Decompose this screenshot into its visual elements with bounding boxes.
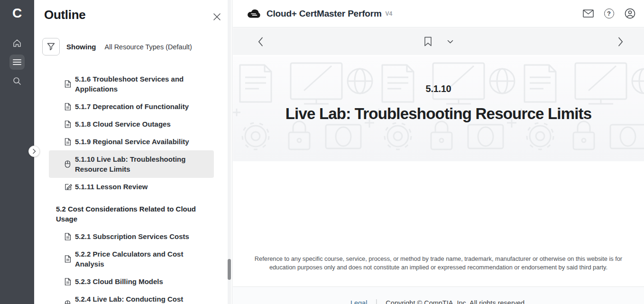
bookmark-menu-button[interactable] — [445, 38, 455, 46]
filter-button[interactable] — [42, 38, 60, 55]
bookmark-icon — [424, 37, 432, 46]
outline-panel: Outline Showing All Resource Types (Defa… — [34, 0, 232, 304]
live-lab-mouse-icon — [64, 160, 71, 168]
outline-item-label: 5.2.4 Live Lab: Conducting Cost Analysis — [75, 295, 183, 304]
chevron-right-icon — [32, 148, 36, 154]
app-brand: Cloud+ CertMaster Perform V4 — [247, 9, 392, 19]
outline-toggle-button[interactable] — [9, 55, 25, 70]
lesson-number: 5.1.10 — [426, 83, 451, 94]
live-lab-mouse-icon — [64, 300, 71, 304]
outline-item[interactable]: 5.2.4 Live Lab: Conducting Cost Analysis — [49, 290, 214, 304]
outline-item-label: 5.2.2 Price Calculators and Cost Analysi… — [75, 250, 183, 268]
outline-item[interactable]: 5.1.8 Cloud Service Outages — [49, 115, 214, 133]
filter-current-value[interactable]: All Resource Types (Default) — [105, 43, 192, 51]
filter-showing-label: Showing — [66, 43, 96, 51]
cloud-logo-icon — [247, 9, 261, 18]
document-icon — [64, 277, 71, 286]
home-button[interactable] — [9, 36, 25, 51]
document-icon — [64, 102, 71, 111]
footer-divider — [376, 299, 377, 304]
outline-item-label: 5.1.6 Troubleshoot Services and Applicat… — [75, 75, 184, 93]
outline-item[interactable]: 5.1.11 Lesson Review — [49, 178, 214, 195]
disclaimer-text: Reference to any specific course, servic… — [251, 255, 626, 272]
next-lesson-button[interactable] — [616, 35, 625, 48]
lesson-hero: 5.1.10 Live Lab: Troubleshooting Resourc… — [233, 56, 644, 161]
outline-item-label: 5.1.7 Deprecation of Functionality — [75, 102, 189, 111]
outline-item-label: 5.1.9 Regional Service Availability — [75, 138, 189, 146]
outline-scrollbar-thumb[interactable] — [228, 259, 231, 280]
chevron-left-icon — [258, 37, 263, 46]
outline-panel-title: Outline — [44, 8, 85, 22]
bookmark-controls — [422, 35, 455, 48]
app-version-badge: V4 — [386, 10, 393, 17]
outline-list: 5.1.6 Troubleshoot Services and Applicat… — [34, 70, 229, 304]
lesson-heading-block: 5.1.10 Live Lab: Troubleshooting Resourc… — [233, 56, 644, 161]
outline-item-label: 5.2.1 Subscription Services Costs — [75, 232, 189, 240]
panel-expander-button[interactable] — [28, 146, 40, 157]
document-icon — [64, 120, 71, 128]
outline-item-label: 5.1.8 Cloud Service Outages — [75, 120, 171, 128]
document-icon — [64, 232, 71, 240]
search-button[interactable] — [9, 74, 25, 89]
outline-item[interactable]: 5.1.7 Deprecation of Functionality — [49, 98, 214, 115]
outline-scrollbar-track[interactable] — [228, 0, 231, 304]
account-button[interactable] — [624, 8, 635, 19]
comptia-logo: C — [0, 5, 34, 22]
outline-section-heading: 5.2 Cost Considerations Related to Cloud… — [49, 200, 214, 228]
outline-item-selected[interactable]: 5.1.10 Live Lab: Troubleshooting Resourc… — [49, 150, 214, 178]
outline-item[interactable]: 5.2.2 Price Calculators and Cost Analysi… — [49, 245, 214, 273]
outline-item[interactable]: 5.2.3 Cloud Billing Models — [49, 273, 214, 290]
outline-item-label: 5.2.3 Cloud Billing Models — [75, 277, 163, 286]
chevron-down-icon — [447, 40, 453, 44]
mail-icon — [583, 9, 594, 18]
document-icon — [64, 255, 71, 263]
outline-menu-icon — [13, 59, 21, 65]
app-title: Cloud+ CertMaster Perform — [267, 9, 382, 19]
close-icon — [213, 13, 221, 21]
resource-filter-row: Showing All Resource Types (Default) — [42, 38, 192, 55]
lesson-title: Live Lab: Troubleshooting Resource Limit… — [285, 105, 592, 123]
close-outline-button[interactable] — [211, 10, 223, 23]
help-icon: ? — [604, 9, 614, 18]
outline-section-label: 5.2 Cost Considerations Related to Cloud… — [56, 205, 196, 223]
outline-item[interactable]: 5.2.1 Subscription Services Costs — [49, 228, 214, 245]
outline-item-label: 5.1.10 Live Lab: Troubleshooting Resourc… — [75, 155, 185, 173]
messages-button[interactable] — [582, 8, 594, 19]
main-content: Cloud+ CertMaster Perform V4 ? — [233, 0, 644, 304]
lesson-toolbar — [233, 28, 644, 55]
lesson-review-edit-icon — [64, 183, 72, 191]
outline-item[interactable]: 5.1.6 Troubleshoot Services and Applicat… — [49, 70, 214, 98]
legal-link[interactable]: Legal — [350, 299, 367, 304]
footer-content: Legal Copyright © CompTIA, Inc. All righ… — [350, 299, 526, 304]
app-header: Cloud+ CertMaster Perform V4 ? — [233, 0, 644, 28]
header-actions: ? — [582, 8, 635, 19]
bookmark-button[interactable] — [422, 35, 434, 48]
search-icon — [12, 76, 22, 86]
filter-icon — [47, 43, 55, 51]
app-window: C Outline — [0, 0, 644, 304]
chevron-right-icon — [618, 37, 623, 46]
outline-item-label: 5.1.11 Lesson Review — [75, 183, 147, 191]
help-button[interactable]: ? — [603, 8, 615, 19]
account-icon — [625, 8, 635, 19]
document-icon — [64, 138, 71, 146]
copyright-text: Copyright © CompTIA, Inc. All rights res… — [386, 299, 526, 304]
document-icon — [64, 80, 71, 88]
page-footer: Legal Copyright © CompTIA, Inc. All righ… — [233, 286, 644, 304]
outline-item[interactable]: 5.1.9 Regional Service Availability — [49, 133, 214, 150]
previous-lesson-button[interactable] — [256, 35, 265, 48]
home-icon — [12, 38, 22, 48]
